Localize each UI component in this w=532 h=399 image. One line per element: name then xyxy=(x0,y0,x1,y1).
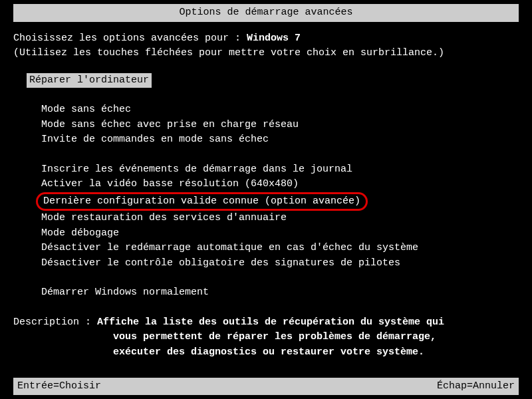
description-block: Description : Affiche la liste des outil… xyxy=(13,315,519,360)
prompt-line: Choisissez les options avancées pour : W… xyxy=(13,31,519,47)
menu-disable-auto-restart[interactable]: Désactiver le redémarrage automatique en… xyxy=(13,241,519,256)
menu-last-known-good[interactable]: Dernière configuration valide connue (op… xyxy=(36,192,368,211)
prompt-prefix: Choisissez les options avancées pour : xyxy=(13,33,247,44)
menu-group-3: Démarrer Windows normalement xyxy=(13,285,519,301)
description-label: Description : xyxy=(13,317,97,328)
footer-bar: Entrée=Choisir Échap=Annuler xyxy=(13,378,519,396)
menu-group-2: Inscrire les événements de démarrage dan… xyxy=(13,162,519,271)
footer-escape-hint: Échap=Annuler xyxy=(437,379,515,394)
description-line1: Affiche la liste des outils de récupérat… xyxy=(97,317,444,328)
menu-group-1: Mode sans échec Mode sans échec avec pri… xyxy=(13,102,519,148)
description-line3: exécuter des diagnostics ou restaurer vo… xyxy=(13,345,519,360)
title-bar: Options de démarrage avancées xyxy=(13,4,519,22)
content-area: Choisissez les options avancées pour : W… xyxy=(0,22,532,360)
menu-boot-log[interactable]: Inscrire les événements de démarrage dan… xyxy=(13,162,519,178)
description-line2: vous permettent de réparer les problèmes… xyxy=(13,330,519,345)
menu-start-normally[interactable]: Démarrer Windows normalement xyxy=(13,285,519,301)
os-name: Windows 7 xyxy=(247,33,301,44)
title-text: Options de démarrage avancées xyxy=(179,7,352,18)
instructions-text: (Utilisez les touches fléchées pour mett… xyxy=(13,46,519,61)
menu-ds-restore[interactable]: Mode restauration des services d'annuair… xyxy=(13,211,519,226)
menu-safe-mode[interactable]: Mode sans échec xyxy=(13,102,519,118)
menu-safe-mode-cmd[interactable]: Invite de commandes en mode sans échec xyxy=(13,132,519,148)
footer-enter-hint: Entrée=Choisir xyxy=(17,379,101,394)
menu-debug[interactable]: Mode débogage xyxy=(13,226,519,241)
repair-computer-option[interactable]: Réparer l'ordinateur xyxy=(27,73,152,88)
selected-option-row[interactable]: Réparer l'ordinateur xyxy=(13,73,519,88)
menu-last-known-good-row[interactable]: Dernière configuration valide connue (op… xyxy=(13,192,519,211)
menu-safe-mode-network[interactable]: Mode sans échec avec prise en charge rés… xyxy=(13,118,519,133)
menu-disable-driver-sig[interactable]: Désactiver le contrôle obligatoire des s… xyxy=(13,256,519,271)
menu-low-res-video[interactable]: Activer la vidéo basse résolution (640x4… xyxy=(13,177,519,192)
